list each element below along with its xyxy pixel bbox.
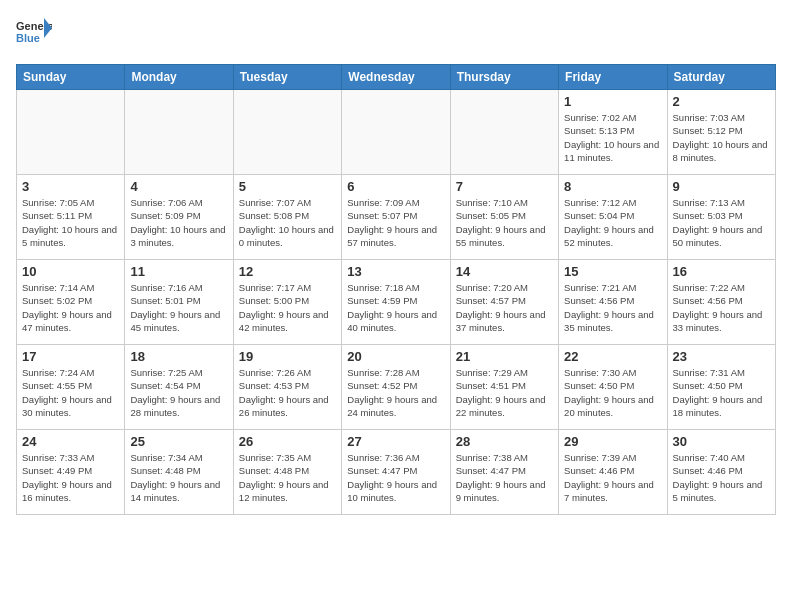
logo: General Blue (16, 16, 52, 52)
day-number: 5 (239, 179, 336, 194)
day-info: Sunrise: 7:38 AM Sunset: 4:47 PM Dayligh… (456, 451, 553, 504)
calendar-cell: 24Sunrise: 7:33 AM Sunset: 4:49 PM Dayli… (17, 430, 125, 515)
day-number: 21 (456, 349, 553, 364)
calendar-cell: 19Sunrise: 7:26 AM Sunset: 4:53 PM Dayli… (233, 345, 341, 430)
day-number: 20 (347, 349, 444, 364)
day-number: 27 (347, 434, 444, 449)
day-info: Sunrise: 7:33 AM Sunset: 4:49 PM Dayligh… (22, 451, 119, 504)
calendar-cell: 5Sunrise: 7:07 AM Sunset: 5:08 PM Daylig… (233, 175, 341, 260)
day-info: Sunrise: 7:20 AM Sunset: 4:57 PM Dayligh… (456, 281, 553, 334)
day-info: Sunrise: 7:03 AM Sunset: 5:12 PM Dayligh… (673, 111, 770, 164)
calendar-cell: 17Sunrise: 7:24 AM Sunset: 4:55 PM Dayli… (17, 345, 125, 430)
calendar-cell: 7Sunrise: 7:10 AM Sunset: 5:05 PM Daylig… (450, 175, 558, 260)
day-info: Sunrise: 7:26 AM Sunset: 4:53 PM Dayligh… (239, 366, 336, 419)
day-number: 2 (673, 94, 770, 109)
day-info: Sunrise: 7:13 AM Sunset: 5:03 PM Dayligh… (673, 196, 770, 249)
calendar-cell: 9Sunrise: 7:13 AM Sunset: 5:03 PM Daylig… (667, 175, 775, 260)
day-number: 7 (456, 179, 553, 194)
day-info: Sunrise: 7:24 AM Sunset: 4:55 PM Dayligh… (22, 366, 119, 419)
day-info: Sunrise: 7:05 AM Sunset: 5:11 PM Dayligh… (22, 196, 119, 249)
day-header-friday: Friday (559, 65, 667, 90)
calendar-cell: 15Sunrise: 7:21 AM Sunset: 4:56 PM Dayli… (559, 260, 667, 345)
header-row: SundayMondayTuesdayWednesdayThursdayFrid… (17, 65, 776, 90)
day-info: Sunrise: 7:17 AM Sunset: 5:00 PM Dayligh… (239, 281, 336, 334)
calendar-cell (342, 90, 450, 175)
day-header-sunday: Sunday (17, 65, 125, 90)
calendar-cell: 27Sunrise: 7:36 AM Sunset: 4:47 PM Dayli… (342, 430, 450, 515)
calendar-cell: 14Sunrise: 7:20 AM Sunset: 4:57 PM Dayli… (450, 260, 558, 345)
week-row-5: 24Sunrise: 7:33 AM Sunset: 4:49 PM Dayli… (17, 430, 776, 515)
week-row-3: 10Sunrise: 7:14 AM Sunset: 5:02 PM Dayli… (17, 260, 776, 345)
svg-text:Blue: Blue (16, 32, 40, 44)
day-info: Sunrise: 7:39 AM Sunset: 4:46 PM Dayligh… (564, 451, 661, 504)
calendar-cell: 10Sunrise: 7:14 AM Sunset: 5:02 PM Dayli… (17, 260, 125, 345)
day-number: 28 (456, 434, 553, 449)
day-number: 17 (22, 349, 119, 364)
day-info: Sunrise: 7:22 AM Sunset: 4:56 PM Dayligh… (673, 281, 770, 334)
day-info: Sunrise: 7:14 AM Sunset: 5:02 PM Dayligh… (22, 281, 119, 334)
day-number: 25 (130, 434, 227, 449)
day-number: 29 (564, 434, 661, 449)
week-row-1: 1Sunrise: 7:02 AM Sunset: 5:13 PM Daylig… (17, 90, 776, 175)
calendar-cell: 25Sunrise: 7:34 AM Sunset: 4:48 PM Dayli… (125, 430, 233, 515)
day-info: Sunrise: 7:36 AM Sunset: 4:47 PM Dayligh… (347, 451, 444, 504)
day-info: Sunrise: 7:40 AM Sunset: 4:46 PM Dayligh… (673, 451, 770, 504)
calendar-cell: 29Sunrise: 7:39 AM Sunset: 4:46 PM Dayli… (559, 430, 667, 515)
calendar-cell: 12Sunrise: 7:17 AM Sunset: 5:00 PM Dayli… (233, 260, 341, 345)
calendar-cell: 21Sunrise: 7:29 AM Sunset: 4:51 PM Dayli… (450, 345, 558, 430)
day-number: 10 (22, 264, 119, 279)
day-number: 14 (456, 264, 553, 279)
calendar-cell: 3Sunrise: 7:05 AM Sunset: 5:11 PM Daylig… (17, 175, 125, 260)
day-info: Sunrise: 7:30 AM Sunset: 4:50 PM Dayligh… (564, 366, 661, 419)
calendar-cell: 16Sunrise: 7:22 AM Sunset: 4:56 PM Dayli… (667, 260, 775, 345)
calendar-cell (125, 90, 233, 175)
day-number: 15 (564, 264, 661, 279)
day-info: Sunrise: 7:25 AM Sunset: 4:54 PM Dayligh… (130, 366, 227, 419)
day-info: Sunrise: 7:10 AM Sunset: 5:05 PM Dayligh… (456, 196, 553, 249)
calendar-cell: 28Sunrise: 7:38 AM Sunset: 4:47 PM Dayli… (450, 430, 558, 515)
calendar-cell: 2Sunrise: 7:03 AM Sunset: 5:12 PM Daylig… (667, 90, 775, 175)
day-info: Sunrise: 7:35 AM Sunset: 4:48 PM Dayligh… (239, 451, 336, 504)
week-row-2: 3Sunrise: 7:05 AM Sunset: 5:11 PM Daylig… (17, 175, 776, 260)
day-number: 22 (564, 349, 661, 364)
day-info: Sunrise: 7:12 AM Sunset: 5:04 PM Dayligh… (564, 196, 661, 249)
day-number: 3 (22, 179, 119, 194)
day-number: 6 (347, 179, 444, 194)
day-info: Sunrise: 7:09 AM Sunset: 5:07 PM Dayligh… (347, 196, 444, 249)
calendar-cell: 8Sunrise: 7:12 AM Sunset: 5:04 PM Daylig… (559, 175, 667, 260)
day-info: Sunrise: 7:16 AM Sunset: 5:01 PM Dayligh… (130, 281, 227, 334)
calendar-cell: 18Sunrise: 7:25 AM Sunset: 4:54 PM Dayli… (125, 345, 233, 430)
calendar-cell: 20Sunrise: 7:28 AM Sunset: 4:52 PM Dayli… (342, 345, 450, 430)
day-number: 1 (564, 94, 661, 109)
day-number: 16 (673, 264, 770, 279)
calendar-cell: 6Sunrise: 7:09 AM Sunset: 5:07 PM Daylig… (342, 175, 450, 260)
calendar-cell (450, 90, 558, 175)
day-number: 26 (239, 434, 336, 449)
week-row-4: 17Sunrise: 7:24 AM Sunset: 4:55 PM Dayli… (17, 345, 776, 430)
day-number: 23 (673, 349, 770, 364)
calendar-cell: 1Sunrise: 7:02 AM Sunset: 5:13 PM Daylig… (559, 90, 667, 175)
calendar-cell: 22Sunrise: 7:30 AM Sunset: 4:50 PM Dayli… (559, 345, 667, 430)
day-info: Sunrise: 7:31 AM Sunset: 4:50 PM Dayligh… (673, 366, 770, 419)
day-info: Sunrise: 7:29 AM Sunset: 4:51 PM Dayligh… (456, 366, 553, 419)
day-header-tuesday: Tuesday (233, 65, 341, 90)
day-number: 11 (130, 264, 227, 279)
day-info: Sunrise: 7:28 AM Sunset: 4:52 PM Dayligh… (347, 366, 444, 419)
day-info: Sunrise: 7:18 AM Sunset: 4:59 PM Dayligh… (347, 281, 444, 334)
calendar-cell: 26Sunrise: 7:35 AM Sunset: 4:48 PM Dayli… (233, 430, 341, 515)
day-info: Sunrise: 7:02 AM Sunset: 5:13 PM Dayligh… (564, 111, 661, 164)
day-number: 4 (130, 179, 227, 194)
calendar-cell: 23Sunrise: 7:31 AM Sunset: 4:50 PM Dayli… (667, 345, 775, 430)
day-number: 19 (239, 349, 336, 364)
page-header: General Blue (16, 16, 776, 52)
day-number: 13 (347, 264, 444, 279)
calendar-cell: 30Sunrise: 7:40 AM Sunset: 4:46 PM Dayli… (667, 430, 775, 515)
calendar-cell (17, 90, 125, 175)
day-number: 30 (673, 434, 770, 449)
day-header-thursday: Thursday (450, 65, 558, 90)
day-number: 8 (564, 179, 661, 194)
calendar-cell: 4Sunrise: 7:06 AM Sunset: 5:09 PM Daylig… (125, 175, 233, 260)
day-number: 24 (22, 434, 119, 449)
day-header-saturday: Saturday (667, 65, 775, 90)
logo-icon: General Blue (16, 16, 52, 52)
